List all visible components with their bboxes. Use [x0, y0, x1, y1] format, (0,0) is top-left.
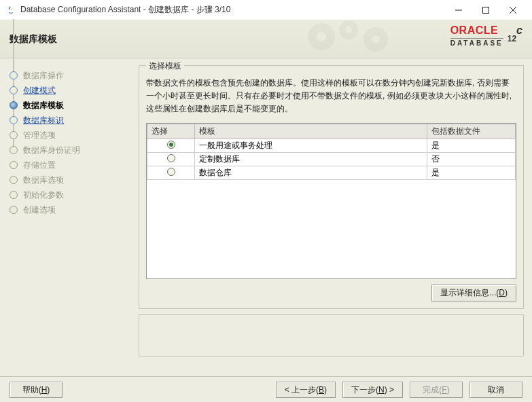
version-text: 12c — [508, 24, 522, 45]
table-row[interactable]: 定制数据库否 — [147, 152, 516, 166]
wizard-step: 数据库操作 — [10, 68, 133, 83]
col-template: 模板 — [195, 124, 427, 139]
wizard-step-label: 存储位置 — [23, 160, 56, 171]
table-row[interactable]: 一般用途或事务处理是 — [147, 139, 516, 152]
java-icon — [5, 5, 16, 16]
template-radio[interactable] — [167, 154, 175, 162]
col-select: 选择 — [147, 124, 195, 139]
template-table: 选择 模板 包括数据文件 一般用途或事务处理是定制数据库否数据仓库是 — [147, 124, 516, 180]
minimize-button[interactable] — [445, 0, 472, 20]
svg-point-7 — [317, 32, 326, 41]
wizard-step: 管理选项 — [10, 128, 133, 143]
wizard-step-label: 初始化参数 — [23, 189, 64, 201]
wizard-step-label: 数据库操作 — [23, 70, 64, 81]
main-panel: 选择模板 带数据文件的模板包含预先创建的数据库。使用这样的模板可以在数分钟内创建… — [133, 58, 532, 376]
footer: 帮助(H) < 上一步(B) 下一步(N) > 完成(F) 取消 — [0, 376, 532, 402]
wizard-step-label: 数据库身份证明 — [23, 145, 80, 156]
wizard-step-label[interactable]: 数据库标识 — [23, 115, 64, 126]
cancel-button[interactable]: 取消 — [469, 382, 522, 398]
finish-button: 完成(F) — [410, 382, 463, 398]
oracle-logo: ORACLE DATABASE 12c — [450, 24, 522, 47]
wizard-step: 数据库身份证明 — [10, 143, 133, 158]
wizard-sidebar: 数据库操作创建模式数据库模板数据库标识管理选项数据库身份证明存储位置数据库选项初… — [0, 58, 133, 376]
wizard-step[interactable]: 数据库标识 — [10, 113, 133, 128]
maximize-button[interactable] — [472, 0, 499, 20]
description-text: 带数据文件的模板包含预先创建的数据库。使用这样的模板可以在数分钟内创建完新数据库… — [146, 77, 516, 116]
wizard-step: 创建选项 — [10, 202, 133, 217]
wizard-step-label: 创建选项 — [23, 204, 56, 216]
svg-point-9 — [372, 35, 380, 43]
wizard-step: 初始化参数 — [10, 187, 133, 202]
titlebar: Database Configuration Assistant - 创建数据库… — [0, 0, 532, 20]
next-button[interactable]: 下一步(N) > — [342, 382, 403, 398]
template-include: 是 — [427, 166, 516, 179]
back-button[interactable]: < 上一步(B) — [276, 382, 336, 398]
gears-decoration — [301, 16, 410, 59]
wizard-step-label: 数据库模板 — [23, 100, 64, 111]
template-include: 是 — [427, 139, 516, 152]
template-radio[interactable] — [167, 141, 175, 149]
close-button[interactable] — [499, 0, 527, 20]
wizard-step[interactable]: 创建模式 — [10, 83, 133, 98]
template-name: 定制数据库 — [195, 152, 427, 166]
wizard-step: 数据库选项 — [10, 172, 133, 187]
wizard-step-label[interactable]: 创建模式 — [23, 85, 56, 96]
template-group: 选择模板 带数据文件的模板包含预先创建的数据库。使用这样的模板可以在数分钟内创建… — [139, 65, 524, 309]
wizard-step-label: 数据库选项 — [23, 175, 64, 186]
brand-subtext: DATABASE — [450, 38, 503, 47]
page-title: 数据库模板 — [10, 33, 57, 45]
template-name: 一般用途或事务处理 — [195, 139, 427, 152]
help-button[interactable]: 帮助(H) — [10, 382, 63, 398]
group-title: 选择模板 — [146, 60, 184, 72]
svg-point-8 — [345, 26, 352, 33]
col-include: 包括数据文件 — [427, 124, 516, 139]
svg-rect-1 — [483, 7, 489, 13]
template-table-wrap: 选择 模板 包括数据文件 一般用途或事务处理是定制数据库否数据仓库是 — [146, 123, 516, 279]
wizard-step: 存储位置 — [10, 158, 133, 172]
header: 数据库模板 ORACLE DATABASE 12c — [0, 20, 532, 58]
wizard-step: 数据库模板 — [10, 98, 133, 113]
brand-text: ORACLE — [450, 24, 503, 37]
template-include: 否 — [427, 152, 516, 166]
template-name: 数据仓库 — [195, 166, 427, 179]
message-box — [139, 314, 524, 357]
window-title: Database Configuration Assistant - 创建数据库… — [20, 4, 445, 16]
template-radio[interactable] — [167, 168, 175, 176]
wizard-step-label: 管理选项 — [23, 130, 56, 141]
table-row[interactable]: 数据仓库是 — [147, 166, 516, 179]
show-details-button[interactable]: 显示详细信息...(D) — [431, 285, 516, 302]
